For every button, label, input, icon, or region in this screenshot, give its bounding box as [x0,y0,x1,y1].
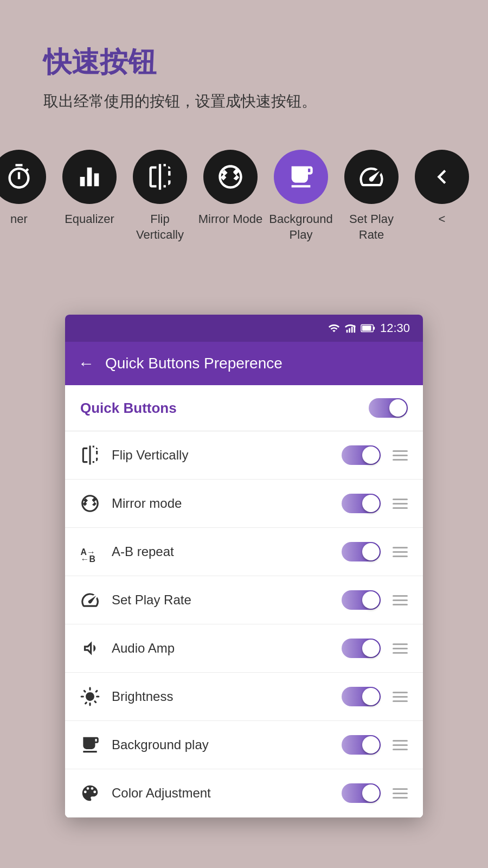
mirror-mode-controls [342,494,410,513]
brightness-controls [342,687,410,706]
icon-circle-background-play [274,150,328,204]
icon-circle-0 [0,150,46,204]
svg-text:←B: ←B [81,554,95,562]
flip-v-icon [80,445,100,465]
color-icon [80,783,100,803]
icon-item-flip-vertically[interactable]: FlipVertically [125,150,195,242]
header-title: Quick Buttons Preperence [105,355,282,372]
quick-buttons-label: Quick Buttons [80,400,177,417]
setting-row-mirror-mode: Mirror mode [65,480,423,528]
setting-row-flip-vertically: Flip Vertically [65,431,423,480]
set-play-rate-controls [342,590,410,610]
set-play-rate-setting-icon [78,588,102,612]
page-subtitle: 取出经常使用的按钮，设置成快速按钮。 [43,91,445,112]
icon-circle-flip-vertically [133,150,187,204]
status-time: 12:30 [380,321,410,335]
color-adjustment-toggle[interactable] [342,783,381,803]
icon-item-0[interactable]: ner [0,150,54,227]
color-adjustment-controls [342,783,410,803]
background-play-toggle[interactable] [342,735,381,755]
app-header: ← Quick Buttons Preperence [65,342,423,385]
signal-icon [344,322,356,334]
setting-row-background-play: Background play [65,721,423,769]
back-icon [428,163,456,191]
background-play-drag-handle[interactable] [390,738,410,752]
audio-amp-toggle[interactable] [342,639,381,658]
icon-item-equalizer[interactable]: Equalizer [54,150,125,227]
icon-label-mirror-mode: Mirror Mode [198,212,263,227]
brightness-drag-handle[interactable] [390,690,410,704]
settings-list: Flip Vertically Mirror mode [65,431,423,818]
flip-vertically-controls [342,445,410,465]
quick-buttons-toggle[interactable] [369,398,408,418]
toggle-knob [362,543,380,560]
brightness-setting-icon [78,685,102,709]
ab-repeat-toggle[interactable] [342,542,381,561]
ab-repeat-drag-handle[interactable] [390,545,410,559]
icon-label-equalizer: Equalizer [65,212,114,227]
set-play-rate-toggle[interactable] [342,590,381,610]
toggle-knob [362,688,380,705]
mirror-mode-setting-icon [78,492,102,515]
toggle-knob [362,736,380,754]
icon-label-set-play-rate: Set Play Rate [336,212,407,242]
audio-amp-drag-handle[interactable] [390,641,410,656]
background-play-label: Background play [112,737,332,752]
icon-circle-set-play-rate [344,150,399,204]
toggle-knob [362,640,380,657]
equalizer-icon [75,163,104,191]
top-section: 快速按钮 取出经常使用的按钮，设置成快速按钮。 [0,0,488,128]
set-play-rate-icon [357,163,386,191]
color-adjustment-setting-icon [78,781,102,805]
icon-item-background-play[interactable]: BackgroundPlay [266,150,336,242]
brightness-toggle[interactable] [342,687,381,706]
svg-rect-3 [354,326,355,333]
icon-item-mirror-mode[interactable]: Mirror Mode [195,150,266,227]
header-back-button[interactable]: ← [78,354,94,373]
page-title: 快速按钮 [43,43,445,81]
svg-rect-6 [373,327,375,330]
icon-row: ner Equalizer FlipVertically Mirror Mode [0,128,488,264]
ab-repeat-setting-icon: A→ ←B [78,540,102,564]
flip-vertically-icon [146,163,174,191]
audio-amp-controls [342,639,410,658]
toggle-knob [362,446,380,464]
icon-circle-back [415,150,469,204]
mirror-mode-icon [216,163,245,191]
setting-row-color-adjustment: Color Adjustment [65,769,423,818]
ab-repeat-label: A-B repeat [112,544,332,559]
mirror-icon [80,493,100,514]
mirror-mode-drag-handle[interactable] [390,496,410,511]
ab-icon: A→ ←B [80,541,100,562]
setting-row-ab-repeat: A→ ←B A-B repeat [65,528,423,576]
icon-label-flip-vertically: FlipVertically [136,212,184,242]
svg-rect-2 [351,327,353,333]
battery-icon [361,322,376,334]
set-play-rate-drag-handle[interactable] [390,593,410,608]
speed-icon [80,590,100,610]
svg-rect-5 [362,326,371,330]
setting-row-brightness: Brightness [65,673,423,721]
toggle-knob [389,399,407,417]
flip-vertically-drag-handle[interactable] [390,448,410,463]
background-play-setting-icon [78,733,102,757]
flip-vertically-toggle[interactable] [342,445,381,465]
setting-row-audio-amp: Audio Amp [65,624,423,673]
audio-icon [80,638,100,659]
toggle-knob [362,495,380,512]
svg-rect-1 [349,328,350,333]
status-bar: 12:30 [65,315,423,342]
icon-label-background-play: BackgroundPlay [269,212,332,242]
background-play-controls [342,735,410,755]
brightness-label: Brightness [112,689,332,704]
color-adjustment-drag-handle[interactable] [390,786,410,801]
toggle-knob [362,784,380,802]
ab-repeat-controls [342,542,410,561]
timer-icon [5,163,33,191]
bg-play-icon [80,735,100,755]
flip-vertically-label: Flip Vertically [112,448,332,463]
setting-row-set-play-rate: Set Play Rate [65,576,423,624]
icon-item-set-play-rate[interactable]: Set Play Rate [336,150,407,242]
mirror-mode-toggle[interactable] [342,494,381,513]
icon-item-back[interactable]: < [407,150,477,227]
